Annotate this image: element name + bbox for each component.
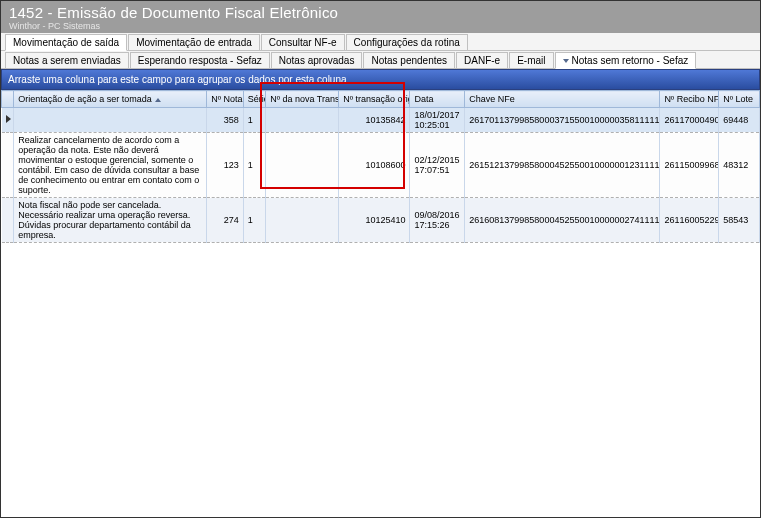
tab-sem-retorno-label: Notas sem retorno - Sefaz xyxy=(572,55,689,66)
cell-serie: 1 xyxy=(243,108,265,133)
col-indicator[interactable] xyxy=(2,91,14,108)
chevron-down-icon xyxy=(563,59,569,63)
header-row: Orientação de ação a ser tomada Nº Nota … xyxy=(2,91,760,108)
grid-panel: Arraste uma coluna para este campo para … xyxy=(1,69,760,243)
cell-recibo: 261150099684728 xyxy=(660,133,719,198)
cell-nova-transacao xyxy=(266,198,339,243)
row-indicator-cell xyxy=(2,198,14,243)
tab-email[interactable]: E-mail xyxy=(509,52,553,68)
cell-transacao-original: 10108600 xyxy=(339,133,410,198)
col-orientacao[interactable]: Orientação de ação a ser tomada xyxy=(14,91,207,108)
tabs-secondary: Notas a serem enviadas Esperando respost… xyxy=(1,51,760,69)
table-row[interactable]: Nota fiscal não pode ser cancelada. Nece… xyxy=(2,198,760,243)
window-title: 1452 - Emissão de Documento Fiscal Eletr… xyxy=(9,4,752,21)
cell-data: 09/08/2016 17:15:26 xyxy=(410,198,465,243)
col-nova-transacao[interactable]: Nº da nova Transação xyxy=(266,91,339,108)
cell-recibo: 261170004900881 xyxy=(660,108,719,133)
tab-esperando-resposta[interactable]: Esperando resposta - Sefaz xyxy=(130,52,270,68)
tab-notas-pendentes[interactable]: Notas pendentes xyxy=(363,52,455,68)
cell-data: 18/01/2017 10:25:01 xyxy=(410,108,465,133)
cell-lote: 69448 xyxy=(719,108,760,133)
cell-transacao-original: 10135842 xyxy=(339,108,410,133)
cell-transacao-original: 10125410 xyxy=(339,198,410,243)
row-indicator-cell xyxy=(2,133,14,198)
col-chave-nfe[interactable]: Chave NFe xyxy=(465,91,660,108)
tab-danfe[interactable]: DANF-e xyxy=(456,52,508,68)
group-by-bar[interactable]: Arraste uma coluna para este campo para … xyxy=(1,69,760,90)
col-serie[interactable]: Série xyxy=(243,91,265,108)
data-grid[interactable]: Orientação de ação a ser tomada Nº Nota … xyxy=(1,90,760,243)
tab-mov-entrada[interactable]: Movimentação de entrada xyxy=(128,34,260,50)
window-subtitle: Winthor - PC Sistemas xyxy=(9,21,752,31)
cell-chave: 2617011379985800037155001000003581111101… xyxy=(465,108,660,133)
row-indicator-cell xyxy=(2,108,14,133)
tab-notas-enviadas[interactable]: Notas a serem enviadas xyxy=(5,52,129,68)
cell-lote: 48312 xyxy=(719,133,760,198)
tab-consultar-nfe[interactable]: Consultar NF-e xyxy=(261,34,345,50)
cell-chave: 2615121379985800045255001000000123111100… xyxy=(465,133,660,198)
cell-lote: 58543 xyxy=(719,198,760,243)
window-header: 1452 - Emissão de Documento Fiscal Eletr… xyxy=(1,1,760,33)
tab-sem-retorno[interactable]: Notas sem retorno - Sefaz xyxy=(555,52,697,69)
tab-config-rotina[interactable]: Configurações da rotina xyxy=(346,34,468,50)
tab-mov-saida[interactable]: Movimentação de saída xyxy=(5,34,127,51)
col-orientacao-label: Orientação de ação a ser tomada xyxy=(18,94,152,104)
cell-orientacao: Realizar cancelamento de acordo com a op… xyxy=(14,133,207,198)
cell-serie: 1 xyxy=(243,133,265,198)
cell-data: 02/12/2015 17:07:51 xyxy=(410,133,465,198)
col-num-nota[interactable]: Nº Nota xyxy=(207,91,244,108)
sort-asc-icon xyxy=(155,98,161,102)
cell-chave: 2616081379985800045255001000000274111100… xyxy=(465,198,660,243)
cell-nova-transacao xyxy=(266,108,339,133)
tab-notas-aprovadas[interactable]: Notas aprovadas xyxy=(271,52,363,68)
col-transacao-original[interactable]: Nº transação original xyxy=(339,91,410,108)
cell-num-nota: 274 xyxy=(207,198,244,243)
cell-nova-transacao xyxy=(266,133,339,198)
table-row[interactable]: 358 1 10135842 18/01/2017 10:25:01 26170… xyxy=(2,108,760,133)
current-row-icon xyxy=(6,115,11,123)
cell-num-nota: 123 xyxy=(207,133,244,198)
cell-orientacao xyxy=(14,108,207,133)
table-row[interactable]: Realizar cancelamento de acordo com a op… xyxy=(2,133,760,198)
cell-recibo: 261160052294497 xyxy=(660,198,719,243)
tabs-primary: Movimentação de saída Movimentação de en… xyxy=(1,33,760,51)
cell-num-nota: 358 xyxy=(207,108,244,133)
col-lote[interactable]: Nº Lote xyxy=(719,91,760,108)
cell-orientacao: Nota fiscal não pode ser cancelada. Nece… xyxy=(14,198,207,243)
col-data[interactable]: Data xyxy=(410,91,465,108)
col-recibo-nfe[interactable]: Nº Recibo NFe xyxy=(660,91,719,108)
cell-serie: 1 xyxy=(243,198,265,243)
